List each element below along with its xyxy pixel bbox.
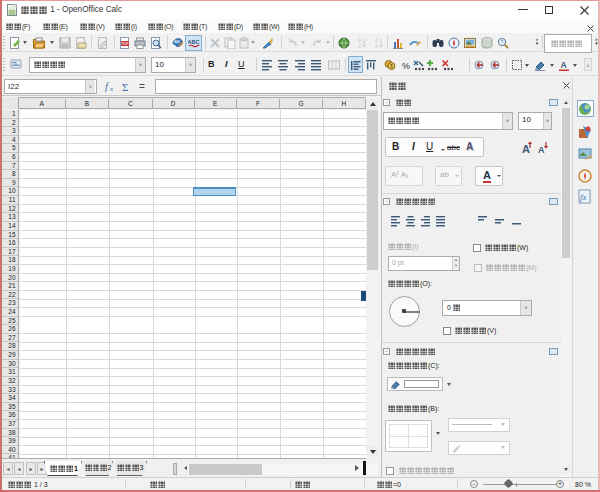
svg-text:A: A [538, 145, 545, 155]
svg-text:x: x [109, 85, 114, 93]
svg-text:A: A [560, 60, 566, 70]
svg-text:PDF: PDF [122, 42, 129, 46]
svg-text:f: f [105, 81, 109, 92]
svg-text:A: A [522, 143, 530, 155]
svg-text:AB: AB [174, 39, 180, 44]
svg-text:Σ: Σ [122, 81, 128, 93]
svg-text:Z: Z [358, 43, 361, 49]
svg-text:ABC: ABC [188, 39, 199, 45]
svg-text:fx: fx [580, 192, 587, 202]
svg-text:%: % [402, 61, 410, 71]
svg-text:A: A [375, 43, 379, 49]
